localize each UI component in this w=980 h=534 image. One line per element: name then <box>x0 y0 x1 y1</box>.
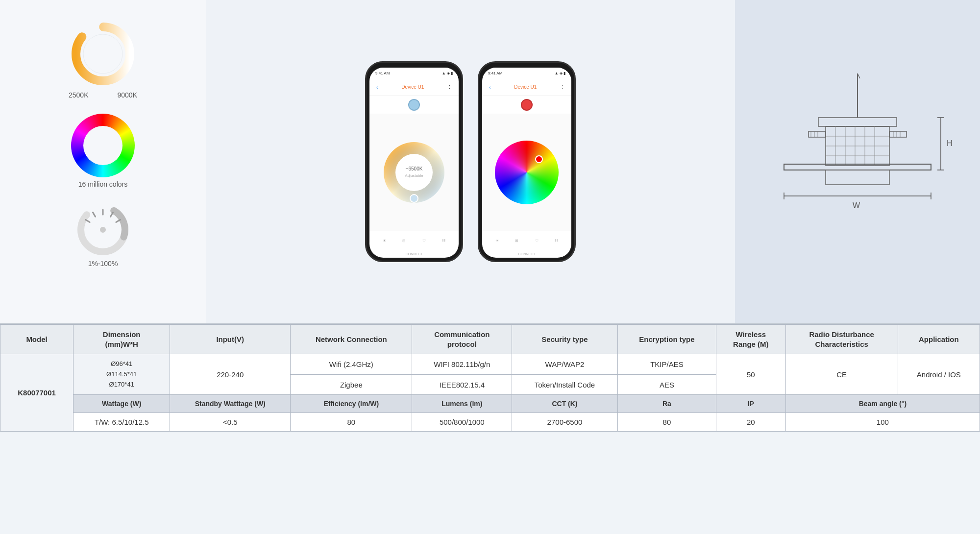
rgb-wheel-container: 16 million colors <box>71 114 135 188</box>
encryption-wifi: TKIP/AES <box>617 354 716 375</box>
phone-rgb-back[interactable]: ‹ <box>489 84 491 90</box>
phone-cct-icon4[interactable]: ☷ <box>442 239 445 243</box>
svg-rect-32 <box>889 131 906 137</box>
col-protocol: Communicationprotocol <box>412 325 512 354</box>
col-wireless: WirelessRange (M) <box>716 325 785 354</box>
phone-cct-icon2[interactable]: ⊞ <box>402 239 406 243</box>
wattage-value: T/W: 6.5/10/12.5 <box>74 413 170 432</box>
cct-value: 2700-6500 <box>512 413 618 432</box>
table-row-data: T/W: 6.5/10/12.5 <0.5 80 500/800/1000 27… <box>0 413 980 432</box>
phone-rgb: 9:41 AM ▲ ◈ ▮ ‹ Device U1 ⋮ <box>478 61 576 262</box>
center-panel: 9:41 AM ▲ ◈ ▮ ‹ Device U1 ⋮ <box>206 0 735 323</box>
svg-point-1 <box>83 34 122 73</box>
svg-line-5 <box>93 212 96 217</box>
phone-cct-status: 9:41 AM ▲ ◈ ▮ <box>369 68 459 78</box>
wireless-range: 50 <box>716 354 785 395</box>
phone-cct-indicator <box>369 99 459 111</box>
svg-rect-39 <box>784 164 931 170</box>
svg-point-18 <box>536 156 542 163</box>
app-cell: Android / IOS <box>898 354 980 395</box>
security-wifi: WAP/WAP2 <box>512 354 618 375</box>
rdc-cell: CE <box>785 354 898 395</box>
protocol-zigbee: IEEE802.15.4 <box>412 374 512 395</box>
protocol-wifi: WIFI 802.11b/g/n <box>412 354 512 375</box>
specs-table: Model Dimension(mm)W*H Input(V) Network … <box>0 324 980 432</box>
svg-text:W: W <box>853 201 860 210</box>
col-model: Model <box>0 325 74 354</box>
svg-point-0 <box>76 27 130 81</box>
phone-cct-footer: ☀ ⊞ ♡ ☷ <box>369 231 459 250</box>
top-section: 2500K 9000K 16 million colors <box>0 0 980 323</box>
phone-rgb-content[interactable] <box>482 114 571 231</box>
phone-rgb-icon3[interactable]: ♡ <box>535 239 539 243</box>
sub-col-ip: IP <box>716 395 785 413</box>
cct-high-label: 9000K <box>118 91 137 99</box>
phone-rgb-status: 9:41 AM ▲ ◈ ▮ <box>482 68 571 78</box>
lumens-value: 500/800/1000 <box>412 413 512 432</box>
phone-rgb-title: Device U1 <box>514 84 537 90</box>
ip-value: 20 <box>716 413 785 432</box>
phone-rgb-header: ‹ Device U1 ⋮ <box>482 78 571 96</box>
col-rdc: Radio DisturbanceCharacteristics <box>785 325 898 354</box>
standby-value: <0.5 <box>170 413 291 432</box>
col-dimension: Dimension(mm)W*H <box>74 325 170 354</box>
phone-rgb-menu[interactable]: ⋮ <box>560 85 564 90</box>
phone-cct-menu[interactable]: ⋮ <box>447 85 452 90</box>
sub-col-efficiency: Efficiency (lm/W) <box>291 395 412 413</box>
beam-value: 100 <box>785 413 980 432</box>
cct-ring <box>69 20 137 88</box>
network-wifi: Wifi (2.4GHz) <box>291 354 412 375</box>
network-zigbee: Zigbee <box>291 374 412 395</box>
bottom-section: Model Dimension(mm)W*H Input(V) Network … <box>0 323 980 432</box>
col-app: Application <box>898 325 980 354</box>
dimmer-label: 1%-100% <box>88 260 118 267</box>
security-zigbee: Token/Install Code <box>512 374 618 395</box>
svg-point-12 <box>395 154 433 191</box>
model-cell: K80077001 <box>0 354 74 432</box>
sub-col-ra: Ra <box>617 395 716 413</box>
dimmer-ring <box>76 203 130 257</box>
phone-rgb-screen: 9:41 AM ▲ ◈ ▮ ‹ Device U1 ⋮ <box>482 68 571 258</box>
phone-rgb-icon2[interactable]: ⊞ <box>515 239 518 243</box>
phone-rgb-icon4[interactable]: ☷ <box>555 239 558 243</box>
technical-diagram: H W <box>755 64 960 260</box>
col-encryption: Encryption type <box>617 325 716 354</box>
main-container: 2500K 9000K 16 million colors <box>0 0 980 534</box>
phone-cct-icon1[interactable]: ☀ <box>383 239 386 243</box>
svg-point-15 <box>410 194 418 202</box>
phone-rgb-bottom-label: CONNECT <box>482 250 571 258</box>
phone-cct-header: ‹ Device U1 ⋮ <box>369 78 459 96</box>
dimmer-container: 1%-100% <box>76 203 130 267</box>
ra-value: 80 <box>617 413 716 432</box>
svg-text:Adjustable: Adjustable <box>405 173 423 178</box>
cct-low-label: 2500K <box>69 91 88 99</box>
col-security: Security type <box>512 325 618 354</box>
svg-text:H: H <box>947 139 953 147</box>
phone-cct-content[interactable]: ~6500K Adjustable <box>369 114 459 231</box>
dim-cell: Ø96*41Ø114.5*41Ø170*41 <box>74 354 170 395</box>
rgb-label: 16 million colors <box>78 180 127 188</box>
sub-col-wattage: Wattage (W) <box>74 395 170 413</box>
sub-col-standby: Standby Watttage (W) <box>170 395 291 413</box>
svg-text:~6500K: ~6500K <box>406 166 423 171</box>
col-input: Input(V) <box>170 325 291 354</box>
phone-rgb-footer: ☀ ⊞ ♡ ☷ <box>482 231 571 250</box>
input-cell: 220-240 <box>170 354 291 395</box>
table-row-wifi: K80077001 Ø96*41Ø114.5*41Ø170*41 220-240… <box>0 354 980 375</box>
phone-cct-time: 9:41 AM <box>375 71 390 75</box>
phone-rgb-time: 9:41 AM <box>488 71 502 75</box>
phone-cct-bottom-label: CONNECT <box>369 250 459 258</box>
right-panel: H W <box>735 0 980 323</box>
phone-rgb-icon1[interactable]: ☀ <box>495 239 499 243</box>
phone-rgb-wheel[interactable] <box>495 141 559 204</box>
phone-cct-icon3[interactable]: ♡ <box>422 239 426 243</box>
svg-rect-21 <box>818 118 897 126</box>
phone-cct: 9:41 AM ▲ ◈ ▮ ‹ Device U1 ⋮ <box>365 61 463 262</box>
phone-cct-back[interactable]: ‹ <box>376 84 378 90</box>
phone-cct-icons: ▲ ◈ ▮ <box>442 71 453 75</box>
left-panel: 2500K 9000K 16 million colors <box>0 0 206 323</box>
phone-cct-wheel[interactable]: ~6500K Adjustable <box>382 141 446 204</box>
efficiency-value: 80 <box>291 413 412 432</box>
cct-wheel-container: 2500K 9000K <box>69 20 137 99</box>
svg-point-9 <box>100 227 106 233</box>
